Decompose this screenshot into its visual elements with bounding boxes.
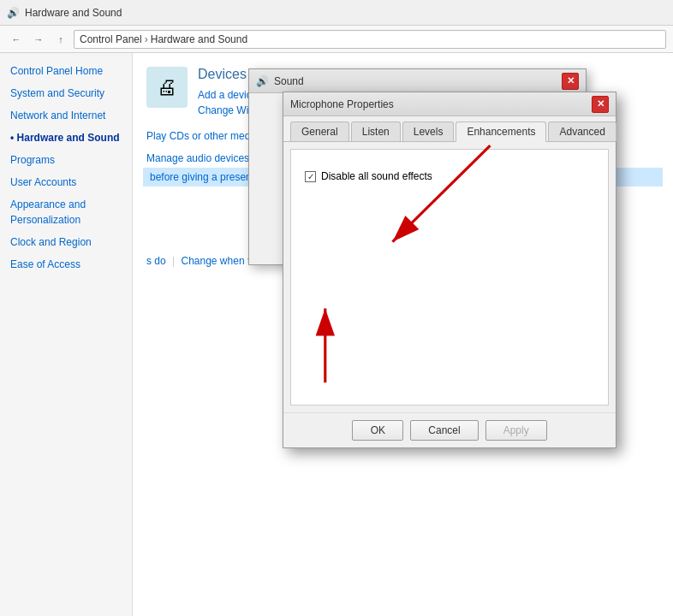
sound-dialog-close[interactable]: ✕ [562, 73, 579, 90]
address-path: Control Panel › Hardware and Sound [74, 30, 666, 49]
tab-general[interactable]: General [290, 121, 349, 141]
tab-advanced[interactable]: Advanced [548, 121, 616, 141]
mic-dialog-title-bar: Microphone Properties ✕ [283, 92, 616, 116]
up-button[interactable]: ↑ [51, 30, 70, 49]
sidebar-item-control-panel-home[interactable]: Control Panel Home [0, 60, 132, 82]
mic-dialog-close[interactable]: ✕ [592, 96, 609, 113]
title-bar-icon: 🔊 [7, 7, 20, 19]
back-button[interactable]: ← [7, 30, 26, 49]
tab-levels[interactable]: Levels [402, 121, 455, 141]
mic-dialog-title: Microphone Properties [290, 98, 394, 110]
disable-effects-checkbox[interactable]: ✓ [305, 171, 316, 182]
sidebar-item-network-internet[interactable]: Network and Internet [0, 104, 132, 127]
forward-button[interactable]: → [29, 30, 48, 49]
path-separator: › [145, 33, 148, 45]
sidebar-item-programs[interactable]: Programs [0, 149, 132, 171]
checkbox-checkmark: ✓ [307, 172, 314, 181]
sound-dialog-title: 🔊 Sound [256, 75, 304, 87]
content-area: 🖨 Devices and Printers Add a device | Ad… [133, 53, 673, 616]
sound-icon: 🔊 [256, 75, 269, 87]
sidebar-item-hardware-sound[interactable]: Hardware and Sound [0, 127, 132, 149]
path-segment-1[interactable]: Control Panel [80, 33, 142, 45]
sidebar-item-appearance[interactable]: Appearance andPersonalization [0, 193, 132, 231]
tab-listen[interactable]: Listen [351, 121, 401, 141]
path-segment-2: Hardware and Sound [151, 33, 247, 45]
sidebar-item-system-security[interactable]: System and Security [0, 82, 132, 104]
title-bar: 🔊 Hardware and Sound [0, 0, 673, 26]
sidebar-item-ease-access[interactable]: Ease of Access [0, 253, 132, 275]
main-layout: Control Panel Home System and Security N… [0, 53, 673, 616]
sidebar: Control Panel Home System and Security N… [0, 53, 133, 616]
dialog-overlay: 🔊 Sound ✕ Microphone Properties ✕ Genera… [133, 53, 673, 616]
ok-button[interactable]: OK [352, 420, 403, 441]
tab-bar: General Listen Levels Enhancements Advan… [283, 116, 616, 142]
mic-tab-content: ✓ Disable all sound effects [290, 149, 609, 406]
disable-effects-label: Disable all sound effects [321, 170, 432, 182]
sidebar-item-clock-region[interactable]: Clock and Region [0, 231, 132, 253]
title-bar-text: Hardware and Sound [25, 7, 122, 19]
mic-properties-dialog: Microphone Properties ✕ General Listen L… [283, 92, 616, 448]
sidebar-item-user-accounts[interactable]: User Accounts [0, 171, 132, 193]
address-bar: ← → ↑ Control Panel › Hardware and Sound [0, 26, 673, 53]
apply-button[interactable]: Apply [485, 420, 547, 441]
cancel-button[interactable]: Cancel [410, 420, 478, 441]
tab-enhancements[interactable]: Enhancements [456, 121, 546, 142]
disable-effects-row: ✓ Disable all sound effects [305, 170, 594, 182]
sound-dialog-title-bar: 🔊 Sound ✕ [249, 69, 586, 93]
mic-dialog-footer: OK Cancel Apply [283, 412, 616, 447]
